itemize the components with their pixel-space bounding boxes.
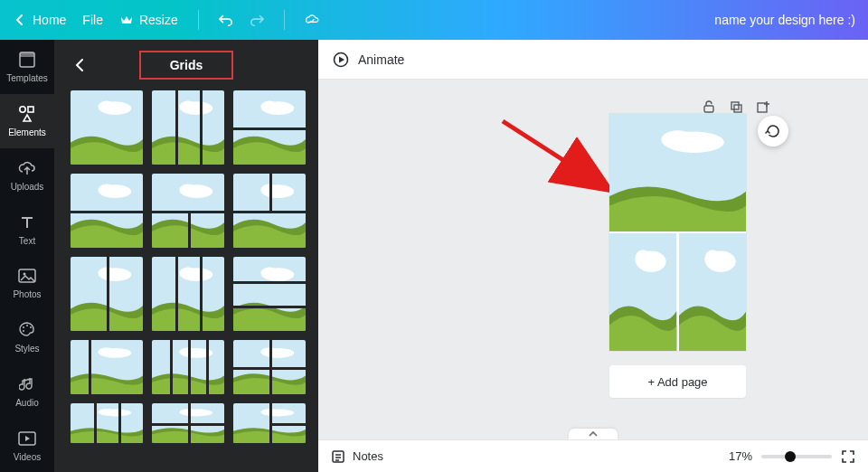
top-left-group: Home File Resize <box>13 10 319 30</box>
top-menu-bar: Home File Resize name your design here <box>0 0 868 40</box>
regenerate-button[interactable] <box>758 116 788 146</box>
resize-menu[interactable]: Resize <box>119 13 178 27</box>
svg-rect-6 <box>28 107 33 112</box>
elements-panel: Grids <box>54 40 318 472</box>
add-page-button[interactable]: + Add page <box>609 365 746 398</box>
grid-frame-bottom-left[interactable] <box>609 233 677 351</box>
panel-back-button[interactable] <box>71 56 89 74</box>
grid-option[interactable] <box>152 257 224 331</box>
home-label: Home <box>33 13 66 27</box>
canvas-area: Animate <box>318 40 868 472</box>
panel-title: Grids <box>139 51 234 80</box>
notes-icon <box>331 449 345 464</box>
canvas-toolbar: Animate <box>318 40 868 80</box>
file-menu[interactable]: File <box>82 13 103 27</box>
panel-header: Grids <box>54 40 318 90</box>
undo-button[interactable] <box>219 13 233 27</box>
svg-point-12 <box>23 330 24 332</box>
grid-option[interactable] <box>233 174 306 248</box>
fullscreen-button[interactable] <box>841 449 855 464</box>
zoom-slider[interactable] <box>761 455 832 458</box>
rail-videos[interactable]: Videos <box>0 418 54 472</box>
crown-icon <box>119 13 134 27</box>
cloud-sync-button[interactable] <box>305 13 319 27</box>
add-page-icon[interactable] <box>756 99 770 114</box>
divider <box>284 10 285 30</box>
videos-icon <box>17 429 37 448</box>
svg-point-10 <box>26 325 28 326</box>
svg-line-19 <box>503 121 604 186</box>
divider <box>198 10 199 30</box>
grid-option[interactable] <box>233 403 306 443</box>
canvas-viewport[interactable]: + Add page <box>318 80 868 439</box>
duplicate-page-icon[interactable] <box>729 99 743 114</box>
styles-icon <box>17 320 37 340</box>
zoom-slider-thumb[interactable] <box>785 451 796 462</box>
grid-option[interactable] <box>152 340 224 394</box>
left-rail: Templates Elements Uploads Text Photos S… <box>0 40 54 472</box>
redo-button[interactable] <box>250 13 264 27</box>
chevron-left-icon <box>13 13 27 27</box>
design-name-field[interactable]: name your design here :) <box>714 13 855 27</box>
grid-option[interactable] <box>71 90 143 165</box>
undo-icon <box>219 13 233 27</box>
text-icon <box>17 212 37 232</box>
zoom-level-label[interactable]: 17% <box>729 449 752 463</box>
svg-point-9 <box>23 326 24 328</box>
svg-point-5 <box>20 107 25 112</box>
rail-templates[interactable]: Templates <box>0 40 54 94</box>
bottom-bar: Notes 17% <box>318 439 868 472</box>
cloud-check-icon <box>305 13 319 27</box>
design-page[interactable] <box>609 114 746 351</box>
grid-option[interactable] <box>152 403 224 443</box>
svg-rect-15 <box>704 106 713 112</box>
grid-frame-top[interactable] <box>609 114 746 231</box>
templates-icon <box>17 50 37 70</box>
page-expander-handle[interactable] <box>569 429 618 439</box>
grid-option[interactable] <box>233 90 306 165</box>
uploads-icon <box>17 158 37 178</box>
lock-page-icon[interactable] <box>702 99 716 114</box>
grid-option[interactable] <box>71 340 143 394</box>
rail-styles[interactable]: Styles <box>0 310 54 364</box>
page-tools <box>702 99 770 114</box>
photos-icon <box>17 266 37 286</box>
notes-button[interactable]: Notes <box>331 449 383 464</box>
grid-option[interactable] <box>233 257 306 331</box>
rail-photos[interactable]: Photos <box>0 256 54 310</box>
home-button[interactable]: Home <box>13 13 66 27</box>
annotation-arrow-icon <box>499 116 617 197</box>
rail-elements[interactable]: Elements <box>0 94 54 148</box>
grid-option[interactable] <box>71 257 143 331</box>
animate-button[interactable]: Animate <box>333 52 404 68</box>
svg-point-11 <box>30 326 32 328</box>
grid-option[interactable] <box>71 403 143 443</box>
grid-option[interactable] <box>71 174 143 248</box>
elements-icon <box>17 104 37 124</box>
svg-rect-16 <box>731 102 739 109</box>
svg-rect-17 <box>734 105 741 112</box>
redo-icon <box>250 13 264 27</box>
rail-text[interactable]: Text <box>0 202 54 256</box>
grids-list[interactable] <box>54 90 318 472</box>
svg-rect-4 <box>20 52 34 57</box>
grid-option[interactable] <box>152 90 224 165</box>
rail-audio[interactable]: Audio <box>0 364 54 419</box>
grid-option[interactable] <box>233 340 306 394</box>
grid-option[interactable] <box>152 174 224 248</box>
rail-uploads[interactable]: Uploads <box>0 148 54 203</box>
audio-icon <box>17 374 37 394</box>
animate-icon <box>333 52 349 68</box>
grid-frame-bottom-right[interactable] <box>679 233 747 351</box>
